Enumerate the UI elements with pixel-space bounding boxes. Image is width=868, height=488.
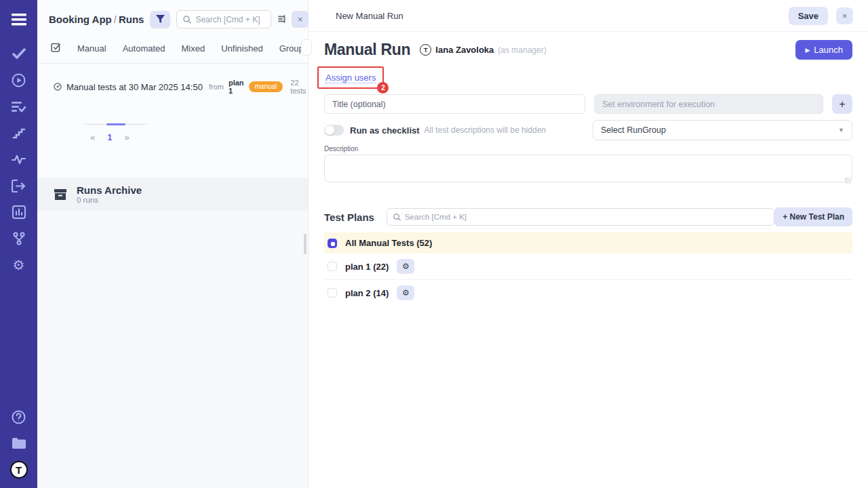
checkbox-unchecked[interactable] (328, 262, 337, 271)
play-circle-icon[interactable] (10, 71, 28, 89)
close-drawer-button[interactable]: × (836, 7, 853, 24)
test-plan-label[interactable]: All Manual Tests (52) (345, 238, 432, 248)
description-textarea[interactable] (324, 155, 852, 182)
annotation-rectangle: Assign users (317, 66, 384, 89)
runs-archive-row[interactable]: Runs Archive 0 runs (37, 178, 308, 211)
tab-unfinished[interactable]: Unfinished (221, 43, 262, 54)
heading-row: Manual Run T Iana Zavoloka (as manager) … (324, 40, 852, 60)
hamburger-menu-icon[interactable] (10, 11, 28, 28)
run-from-label: from (209, 83, 224, 91)
gear-icon: ⚙ (402, 262, 410, 270)
save-button[interactable]: Save (789, 7, 828, 25)
gear-icon[interactable]: ⚙ (10, 256, 28, 274)
launch-button[interactable]: ▶ Launch (795, 40, 852, 60)
archive-title: Runs Archive (77, 184, 142, 196)
run-settings: + Run as checklist All test descriptions… (324, 94, 852, 185)
check-icon[interactable] (10, 45, 28, 62)
run-title-input[interactable] (324, 94, 585, 114)
plan-settings-button[interactable]: ⚙ (397, 285, 414, 300)
owner-avatar: T (420, 44, 431, 56)
run-owner: T Iana Zavoloka (as manager) (420, 44, 546, 56)
folder-icon[interactable] (10, 434, 28, 452)
select-all-icon[interactable] (51, 42, 61, 55)
test-plan-row-plan-2[interactable]: plan 2 (14) ⚙ (324, 280, 852, 306)
archive-box-icon (54, 188, 67, 201)
runs-panel: Booking App/Runs × Manual (37, 0, 309, 488)
bar-chart-icon[interactable] (10, 203, 28, 221)
test-plan-row-plan-1[interactable]: plan 1 (22) ⚙ (324, 253, 852, 280)
activity-icon[interactable] (10, 150, 28, 168)
checkbox-unchecked[interactable] (328, 288, 337, 298)
list-check-icon[interactable] (10, 98, 28, 115)
checkbox-checked[interactable] (328, 239, 337, 248)
pagination: « 1 » (90, 132, 308, 142)
app-window: ⚙ T Booking App/Runs (0, 0, 868, 488)
description-wrap (324, 152, 852, 185)
branch-icon[interactable] (10, 230, 28, 247)
test-plan-label[interactable]: plan 2 (14) (345, 288, 389, 298)
test-plan-row-all-manual[interactable]: All Manual Tests (52) (324, 232, 852, 253)
run-as-checklist-toggle[interactable] (324, 125, 344, 136)
rungroup-value: Select RunGroup (601, 125, 666, 135)
archive-text: Runs Archive 0 runs (77, 184, 142, 204)
tab-manual[interactable]: Manual (77, 43, 106, 54)
runs-tabs: Manual Automated Mixed Unfinished Groups (37, 35, 308, 64)
owner-role: (as manager) (498, 45, 546, 55)
checklist-hint: All test descriptions will be hidden (425, 125, 546, 135)
run-title: Manual tests at 30 Mar 2025 14:50 (66, 82, 203, 92)
breadcrumb[interactable]: Booking App/Runs (49, 14, 144, 25)
breadcrumb-page: Runs (119, 14, 144, 25)
archive-count: 0 runs (77, 196, 142, 204)
plan-settings-button[interactable]: ⚙ (397, 259, 414, 274)
run-type-badge[interactable]: manual (249, 81, 283, 92)
resize-handle-icon[interactable] (845, 178, 851, 184)
app-logo[interactable]: T (10, 461, 28, 479)
assign-users-link[interactable]: Assign users (326, 73, 376, 83)
owner-name: Iana Zavoloka (435, 45, 494, 55)
checklist-label: Run as checklist (350, 125, 420, 136)
panel-close-button[interactable]: × (292, 11, 309, 28)
tab-automated[interactable]: Automated (123, 43, 165, 54)
chevron-down-icon: ▼ (838, 127, 844, 134)
filter-icon (156, 15, 165, 24)
add-environment-button[interactable]: + (832, 94, 852, 114)
launch-label: Launch (814, 45, 843, 55)
test-plans-header: Test Plans + New Test Plan (324, 207, 852, 226)
collapse-panel-icon[interactable] (277, 14, 285, 26)
test-plans-list: All Manual Tests (52) plan 1 (22) ⚙ plan… (324, 232, 852, 306)
import-icon[interactable] (10, 177, 28, 195)
pagination-scrollbar-thumb[interactable] (106, 123, 125, 125)
runs-search-input[interactable] (195, 15, 264, 24)
new-run-panel: New Manual Run Save × Manual Run T Iana … (309, 0, 868, 488)
new-run-topbar: New Manual Run Save × (309, 0, 868, 32)
run-tests-count: 22 tests (290, 79, 306, 95)
environment-input[interactable] (594, 94, 823, 114)
test-plans-search[interactable] (387, 208, 774, 226)
page-title: Manual Run (324, 41, 410, 59)
form-row-title-env: + (324, 94, 852, 114)
pagination-prev[interactable]: « (90, 132, 95, 142)
breadcrumb-project[interactable]: Booking App (49, 14, 112, 25)
test-plans-search-input[interactable] (405, 213, 768, 221)
panel-scrollbar-thumb[interactable] (304, 234, 307, 254)
form-row-checklist-rungroup: Run as checklist All test descriptions w… (324, 120, 852, 140)
app-sidebar: ⚙ T (0, 0, 37, 488)
filter-button[interactable] (150, 11, 170, 28)
pagination-next[interactable]: » (124, 132, 129, 142)
new-test-plan-button[interactable]: + New Test Plan (774, 207, 852, 226)
topbar-actions: Save × (789, 7, 853, 25)
pagination-page-1[interactable]: 1 (107, 132, 112, 142)
pagination-scrollbar[interactable] (85, 123, 147, 125)
new-run-form: Manual Run T Iana Zavoloka (as manager) … (309, 32, 868, 306)
assign-users-area: Assign users 2 (317, 66, 384, 89)
rungroup-select[interactable]: Select RunGroup ▼ (593, 120, 852, 140)
run-plan-name: plan 1 (229, 79, 244, 95)
gear-icon: ⚙ (402, 289, 410, 297)
breadcrumb-separator: / (112, 14, 119, 25)
test-plan-label[interactable]: plan 1 (22) (345, 262, 389, 272)
run-list-item[interactable]: Manual tests at 30 Mar 2025 14:50 from p… (37, 64, 308, 95)
steps-icon[interactable] (10, 124, 28, 142)
help-icon[interactable] (10, 408, 28, 426)
runs-search[interactable] (176, 10, 271, 28)
tab-mixed[interactable]: Mixed (182, 43, 205, 54)
